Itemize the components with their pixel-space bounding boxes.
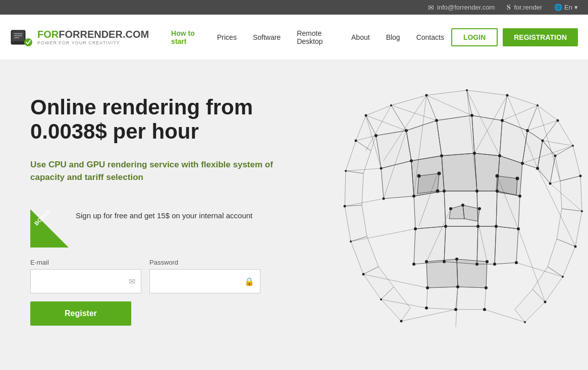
svg-point-139	[478, 207, 481, 210]
svg-point-129	[475, 190, 478, 193]
svg-point-152	[454, 308, 457, 311]
svg-point-149	[456, 285, 459, 288]
svg-point-143	[495, 225, 498, 228]
svg-marker-48	[477, 226, 496, 264]
svg-marker-27	[437, 115, 474, 156]
svg-point-150	[485, 286, 488, 289]
password-label: Password	[149, 259, 260, 266]
chevron-down-icon: ▾	[574, 4, 578, 11]
svg-marker-35	[442, 153, 477, 191]
svg-point-90	[390, 104, 392, 106]
email-input-wrapper: ✉	[30, 269, 141, 293]
hero-subtitle: Use CPU and GPU rendering service with f…	[30, 158, 293, 184]
svg-point-157	[443, 260, 446, 263]
topbar-email: ✉ info@forrender.com	[428, 4, 495, 12]
svg-point-133	[438, 172, 441, 175]
svg-marker-14	[560, 176, 582, 211]
lock-icon: 🔒	[244, 276, 254, 286]
svg-marker-43	[496, 176, 517, 195]
svg-point-106	[350, 240, 352, 242]
logo-icon	[10, 26, 32, 48]
svg-point-113	[501, 119, 504, 122]
logo-text: FORFORRENDER.COM POWER FOR YOUR CREATIVI…	[37, 29, 149, 45]
svg-marker-23	[351, 236, 379, 274]
svg-point-155	[493, 263, 496, 266]
bonus-text: Sign up for free and get 15$ on your int…	[76, 209, 252, 220]
svg-point-127	[412, 195, 415, 198]
svg-point-147	[486, 260, 489, 263]
nav-contacts[interactable]: Contacts	[409, 29, 451, 45]
password-input-wrapper: 🔒	[149, 269, 260, 293]
email-icon: ✉	[428, 4, 434, 12]
svg-marker-51	[457, 259, 487, 288]
language-selector[interactable]: 🌐 En ▾	[554, 4, 578, 11]
svg-marker-36	[474, 153, 500, 191]
svg-point-144	[517, 227, 520, 230]
email-field-icon: ✉	[129, 276, 135, 286]
svg-point-102	[524, 321, 526, 323]
svg-point-107	[362, 273, 365, 276]
nav-actions: LOGIN REGISTRATION	[451, 28, 578, 46]
svg-point-115	[542, 140, 544, 142]
svg-point-98	[581, 210, 583, 212]
svg-point-128	[443, 190, 446, 193]
main-nav: How to start Prices Software Remote Desk…	[164, 25, 451, 49]
svg-point-156	[475, 263, 478, 266]
login-button[interactable]: LOGIN	[451, 28, 498, 46]
svg-marker-53	[456, 287, 486, 310]
nav-prices[interactable]: Prices	[210, 29, 244, 45]
svg-point-105	[355, 140, 357, 142]
logo[interactable]: FORFORRENDER.COM POWER FOR YOUR CREATIVI…	[10, 26, 149, 48]
svg-marker-38	[414, 191, 446, 229]
svg-point-154	[515, 261, 518, 264]
svg-point-140	[414, 227, 417, 230]
svg-point-141	[444, 225, 447, 228]
nav-remote-desktop[interactable]: Remote Desktop	[290, 25, 342, 49]
bonus-badge-triangle	[30, 209, 69, 248]
nav-software[interactable]: Software	[246, 29, 288, 45]
svg-point-131	[518, 195, 521, 198]
svg-point-89	[365, 114, 367, 117]
svg-point-145	[425, 260, 428, 263]
email-input[interactable]	[30, 269, 141, 293]
svg-point-111	[435, 119, 438, 122]
svg-point-108	[380, 298, 382, 300]
svg-point-119	[380, 167, 383, 170]
nav-how-to-start[interactable]: How to start	[164, 25, 208, 49]
svg-point-136	[516, 177, 519, 180]
svg-point-123	[473, 152, 476, 155]
svg-point-116	[554, 155, 557, 157]
svg-point-122	[440, 154, 443, 157]
svg-point-135	[496, 174, 499, 178]
svg-point-125	[521, 162, 524, 165]
logo-tagline: POWER FOR YOUR CREATIVITY	[37, 40, 149, 45]
hero-register-button[interactable]: Register	[30, 301, 131, 326]
topbar-skype: 𝐒 for.render	[507, 3, 542, 12]
email-form-group: E-mail ✉	[30, 259, 141, 293]
lion-svg: .lion-poly { fill: rgba(200,200,200,0.15…	[326, 75, 588, 357]
register-button[interactable]: REGISTRATION	[503, 28, 578, 46]
svg-point-124	[498, 154, 501, 157]
password-input[interactable]	[149, 269, 260, 293]
svg-point-146	[455, 258, 458, 261]
bonus-section: BONUS Sign up for free and get 15$ on yo…	[30, 209, 293, 248]
svg-point-92	[466, 89, 468, 91]
svg-point-134	[436, 190, 440, 193]
svg-point-99	[574, 245, 577, 248]
svg-point-138	[461, 204, 464, 207]
logo-name: FORFORRENDER.COM	[37, 29, 149, 40]
svg-point-151	[425, 306, 428, 310]
svg-point-109	[400, 320, 403, 323]
svg-marker-52	[426, 287, 458, 310]
nav-about[interactable]: About	[344, 29, 377, 45]
password-form-group: Password 🔒	[149, 259, 260, 293]
skype-icon: 𝐒	[507, 3, 511, 12]
svg-point-94	[537, 104, 539, 106]
svg-marker-50	[426, 259, 458, 288]
bonus-badge: BONUS	[30, 209, 69, 248]
svg-rect-1	[12, 31, 24, 41]
svg-point-93	[506, 94, 509, 97]
nav-blog[interactable]: Blog	[379, 29, 407, 45]
header: FORFORRENDER.COM POWER FOR YOUR CREATIVI…	[0, 15, 588, 60]
svg-marker-41	[496, 191, 520, 229]
